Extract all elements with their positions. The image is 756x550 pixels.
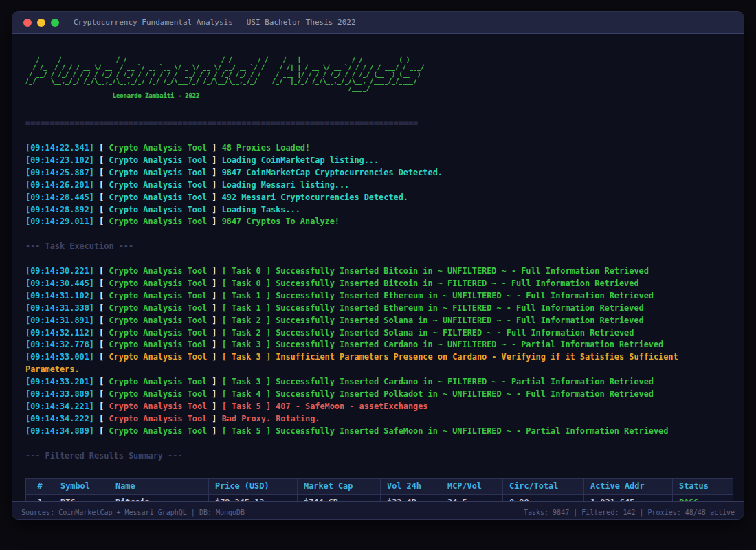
cell-active-addr: 1,021,645: [584, 494, 673, 501]
section-task-execution: --- Task Execution ---: [25, 241, 731, 253]
column-header-vol-24h: Vol 24h: [381, 478, 441, 494]
log-message: Loading Messari listing...: [222, 180, 350, 190]
timestamp: [09:14:32.778]: [25, 340, 94, 349]
bracket: ]: [207, 352, 221, 362]
log-message: Successfully Inserted Cardano in ~ UNFIL…: [276, 340, 663, 349]
bracket: [: [94, 426, 109, 436]
results-table-header-row: #SymbolNamePrice (USD)Market CapVol 24hM…: [26, 478, 733, 494]
log-line: [09:14:23.102] [ Crypto Analysis Tool ] …: [25, 155, 731, 167]
bracket: [: [94, 303, 109, 313]
terminal-body[interactable]: ______ __ __ __ ___ __ _ / ____/_ ______…: [12, 34, 744, 501]
bracket: ]: [207, 278, 221, 288]
cell-symbol: BTC: [54, 494, 109, 501]
bracket: [: [94, 143, 109, 153]
timestamp: [09:14:34.221]: [25, 402, 94, 411]
ascii-banner: ______ __ __ __ ___ __ _ / ____/_ ______…: [25, 50, 731, 92]
bracket: ]: [207, 143, 221, 153]
bracket: [: [94, 402, 109, 411]
window-title: Cryptocurrency Fundamental Analysis - US…: [74, 18, 356, 27]
tool-name: Crypto Analysis Tool: [109, 340, 207, 349]
tool-name: Crypto Analysis Tool: [109, 192, 207, 202]
log-line: [09:14:31.891] [ Crypto Analysis Tool ] …: [25, 315, 731, 327]
bracket: ]: [207, 217, 221, 226]
bracket: [: [94, 192, 109, 202]
timestamp: [09:14:25.887]: [25, 168, 94, 177]
log-line: [09:14:32.112] [ Crypto Analysis Tool ] …: [25, 327, 731, 340]
log-line: [09:14:30.221] [ Crypto Analysis Tool ] …: [25, 265, 731, 278]
log-message: 9847 Cryptos To Analyze!: [222, 217, 340, 226]
titlebar: Cryptocurrency Fundamental Analysis - US…: [12, 12, 744, 34]
bracket: [: [94, 155, 109, 165]
log-message: Successfully Inserted SafeMoon in ~ UNFI…: [276, 426, 668, 436]
results-table-body: 1BTCBitcoin$79,245.12$744.6B$32.4B24.50.…: [26, 494, 733, 501]
timestamp: [09:14:33.889]: [25, 389, 94, 399]
log-line: [09:14:34.221] [ Crypto Analysis Tool ] …: [25, 401, 731, 413]
log-line: [09:14:31.338] [ Crypto Analysis Tool ] …: [25, 302, 731, 315]
log-line: [09:14:32.778] [ Crypto Analysis Tool ] …: [25, 339, 731, 351]
statusbar-stats: Tasks: 9847 | Filtered: 142 | Proxies: 4…: [524, 509, 735, 516]
boot-log: [09:14:22.341] [ Crypto Analysis Tool ] …: [25, 142, 731, 228]
timestamp: [09:14:34.889]: [25, 426, 94, 436]
log-message: Successfully Inserted Solana in ~ FILTER…: [276, 328, 634, 338]
bracket: [: [94, 180, 109, 190]
bracket: ]: [207, 377, 221, 386]
log-line: [09:14:22.341] [ Crypto Analysis Tool ] …: [25, 142, 731, 155]
bracket: [: [94, 316, 109, 325]
zoom-button[interactable]: [51, 19, 59, 27]
task-tag: [ Task 3 ]: [222, 377, 276, 386]
timestamp: [09:14:30.221]: [25, 266, 94, 276]
log-message: Successfully Inserted Bitcoin in ~ FILTE…: [276, 278, 638, 288]
tool-name: Crypto Analysis Tool: [109, 217, 207, 226]
timestamp: [09:14:28.892]: [25, 205, 94, 214]
bracket: [: [94, 217, 109, 226]
log-message: Successfully Inserted Solana in ~ UNFILT…: [276, 316, 644, 325]
log-message: 9847 CoinMarketCap Cryptocurrencies Dete…: [222, 168, 443, 177]
timestamp: [09:14:33.201]: [25, 377, 94, 386]
minimize-button[interactable]: [37, 19, 45, 27]
bracket: ]: [207, 205, 221, 214]
timestamp: [09:14:23.102]: [25, 155, 94, 165]
bracket: [: [94, 328, 109, 338]
log-line: [09:14:28.445] [ Crypto Analysis Tool ] …: [25, 192, 731, 204]
column-header-mcp-vol: MCP/Vol: [441, 478, 503, 494]
timestamp: [09:14:31.891]: [25, 316, 94, 325]
task-tag: [ Task 0 ]: [222, 278, 276, 288]
bracket: ]: [207, 168, 221, 177]
timestamp: [09:14:29.011]: [25, 217, 94, 226]
task-tag: [ Task 2 ]: [222, 316, 276, 325]
timestamp: [09:14:22.341]: [25, 143, 94, 153]
timestamp: [09:14:33.001]: [25, 352, 94, 362]
bracket: ]: [207, 340, 221, 349]
timestamp: [09:14:28.445]: [25, 192, 94, 202]
timestamp: [09:14:34.222]: [25, 414, 94, 424]
log-message: Successfully Inserted Polkadot in ~ UNFI…: [276, 389, 654, 399]
column-header--: #: [26, 478, 54, 494]
log-message: Successfully Inserted Ethereum in ~ UNFI…: [276, 291, 654, 300]
bracket: ]: [207, 291, 221, 300]
log-line: [09:14:33.889] [ Crypto Analysis Tool ] …: [25, 388, 731, 401]
separator-line: ========================================…: [25, 118, 731, 130]
tool-name: Crypto Analysis Tool: [109, 389, 207, 399]
bracket: ]: [207, 192, 221, 202]
log-line: [09:14:30.445] [ Crypto Analysis Tool ] …: [25, 278, 731, 290]
results-table: #SymbolNamePrice (USD)Market CapVol 24hM…: [25, 478, 733, 502]
log-message: Loading CoinMarketCap listing...: [222, 155, 379, 165]
cell--: 1: [26, 494, 54, 501]
log-line: [09:14:29.011] [ Crypto Analysis Tool ] …: [25, 216, 731, 228]
bracket: [: [94, 352, 109, 362]
cell-vol-24h: $32.4B: [381, 494, 441, 501]
task-tag: [ Task 3 ]: [222, 352, 276, 362]
bracket: ]: [207, 414, 221, 424]
column-header-circ-total: Circ/Total: [503, 478, 584, 494]
log-line: [09:14:34.222] [ Crypto Analysis Tool ] …: [25, 413, 731, 426]
tool-name: Crypto Analysis Tool: [109, 205, 207, 214]
traffic-lights: [23, 19, 59, 27]
log-message: 492 Messari Cryptocurrencies Detected.: [222, 192, 408, 202]
task-tag: [ Task 1 ]: [222, 303, 276, 313]
close-button[interactable]: [23, 19, 32, 27]
bracket: [: [94, 168, 109, 177]
task-log: [09:14:30.221] [ Crypto Analysis Tool ] …: [25, 265, 731, 438]
bracket: ]: [207, 389, 221, 399]
log-message: Successfully Inserted Ethereum in ~ FILT…: [276, 303, 644, 313]
tool-name: Crypto Analysis Tool: [109, 316, 207, 325]
